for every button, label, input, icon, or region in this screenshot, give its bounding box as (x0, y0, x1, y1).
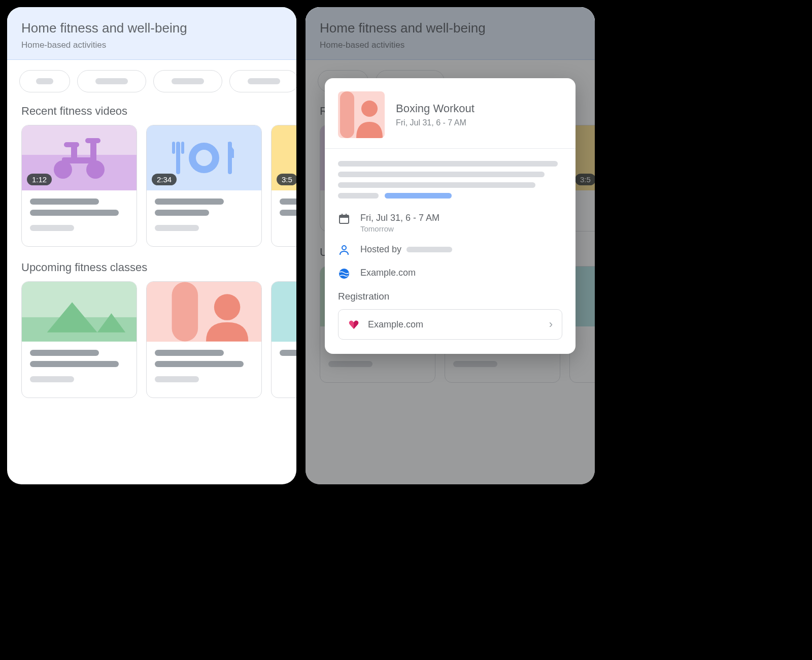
class-card[interactable] (21, 281, 137, 398)
video-thumb: 3:5 (272, 125, 296, 190)
landscape-icon (22, 282, 137, 342)
bike-icon: 1:12 (22, 125, 137, 190)
classes-scroller[interactable] (7, 281, 296, 412)
filter-chips (7, 60, 296, 105)
class-card[interactable] (271, 281, 296, 398)
videos-scroller[interactable]: 1:12 2:34 (7, 125, 296, 261)
section-title-videos: Recent fitness videos (7, 105, 296, 125)
food-icon: 2:34 (147, 125, 261, 190)
video-card[interactable]: 3:5 (271, 125, 296, 247)
page-header: Home fitness and well-being Home-based a… (7, 7, 296, 60)
filter-chip[interactable] (229, 70, 296, 92)
event-subtitle: Fri, Jul 31, 6 - 7 AM (396, 118, 475, 127)
svg-point-19 (361, 101, 378, 117)
calendar-icon (338, 213, 350, 225)
heart-icon (348, 318, 360, 331)
svg-rect-11 (181, 142, 184, 154)
svg-point-8 (196, 150, 212, 166)
hosted-by-label: Hosted by (360, 244, 401, 255)
class-card[interactable] (146, 281, 262, 398)
video-duration: 1:12 (27, 174, 52, 185)
svg-rect-16 (172, 282, 198, 342)
video-card[interactable]: 2:34 (146, 125, 262, 247)
event-site-row[interactable]: Example.com (338, 268, 562, 280)
filter-chip[interactable] (77, 70, 146, 92)
event-when: Fri, Jul 31, 6 - 7 AM (360, 213, 439, 223)
registration-site: Example.com (368, 319, 423, 330)
section-title-classes: Upcoming fitness classes (7, 261, 296, 281)
filter-chip[interactable] (153, 70, 222, 92)
event-when-relative: Tomorrow (360, 224, 439, 233)
event-detail-modal: Boxing Workout Fri, Jul 31, 6 - 7 AM (325, 78, 576, 354)
event-avatar (338, 91, 385, 138)
svg-rect-5 (64, 142, 79, 147)
svg-rect-6 (85, 138, 100, 143)
video-card[interactable]: 1:12 (21, 125, 137, 247)
event-site: Example.com (360, 268, 416, 278)
svg-rect-18 (340, 91, 354, 138)
chevron-right-icon: › (549, 318, 553, 331)
globe-icon (338, 268, 350, 280)
svg-point-24 (342, 246, 346, 250)
video-duration: 2:34 (152, 174, 177, 185)
class-thumb (272, 282, 296, 342)
person-icon (338, 244, 350, 256)
event-host-row: Hosted by (338, 244, 562, 256)
person-icon (147, 282, 261, 342)
filter-chip[interactable] (19, 70, 70, 92)
svg-point-17 (214, 294, 241, 320)
page-subtitle: Home-based activities (21, 40, 282, 50)
svg-rect-21 (340, 215, 349, 218)
phone-right: Home fitness and well-being Home-based a… (306, 7, 595, 484)
svg-rect-9 (176, 142, 180, 174)
event-title: Boxing Workout (396, 102, 475, 115)
svg-rect-10 (172, 142, 175, 154)
page-title: Home fitness and well-being (21, 20, 282, 36)
video-duration: 3:5 (277, 174, 296, 185)
phone-left: Home fitness and well-being Home-based a… (7, 7, 296, 484)
svg-rect-23 (346, 214, 347, 216)
registration-label: Registration (338, 291, 562, 302)
event-when-row: Fri, Jul 31, 6 - 7 AM Tomorrow (338, 213, 562, 233)
svg-rect-22 (342, 214, 343, 216)
registration-link[interactable]: Example.com › (338, 309, 562, 340)
